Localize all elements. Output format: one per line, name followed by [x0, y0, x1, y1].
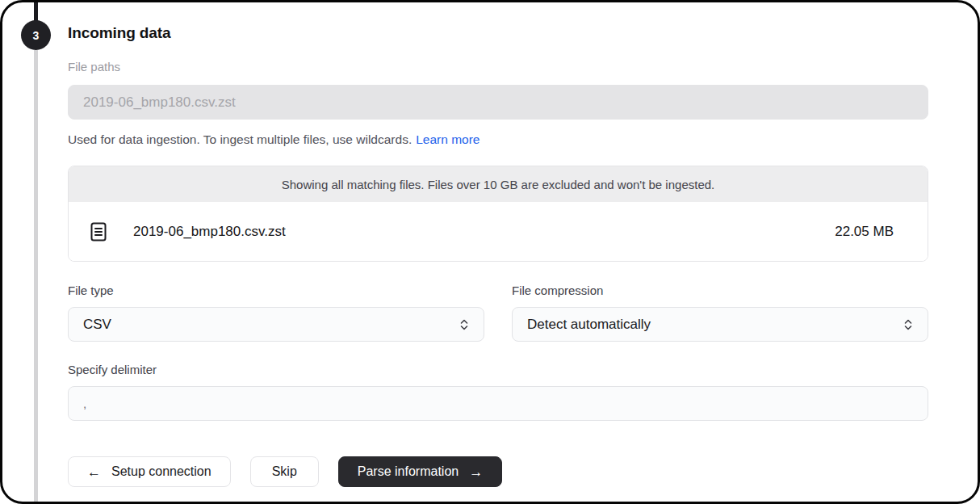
file-type-label: File type	[68, 283, 484, 298]
file-paths-label: File paths	[68, 59, 928, 74]
learn-more-link[interactable]: Learn more	[416, 132, 480, 146]
setup-connection-label: Setup connection	[111, 464, 211, 479]
file-document-icon	[90, 222, 107, 242]
arrow-left-icon: ←	[87, 465, 101, 479]
file-compression-field: File compression Detect automatically	[512, 283, 928, 342]
file-paths-input	[68, 85, 928, 120]
step-title: Incoming data	[68, 23, 928, 43]
file-compression-select[interactable]: Detect automatically	[512, 307, 928, 342]
file-name: 2019-06_bmp180.csv.zst	[133, 224, 286, 240]
step-number: 3	[33, 29, 40, 42]
file-type-select[interactable]: CSV	[68, 307, 484, 342]
parse-information-button[interactable]: Parse information →	[338, 456, 502, 487]
step-content: Incoming data File paths Used for data i…	[68, 2, 928, 487]
setup-connection-button[interactable]: ← Setup connection	[68, 456, 231, 487]
skip-label: Skip	[272, 464, 297, 479]
format-settings-row: File type CSV File compression Detect au…	[68, 283, 928, 342]
parse-information-label: Parse information	[358, 464, 459, 479]
skip-button[interactable]: Skip	[250, 456, 319, 487]
file-row: 2019-06_bmp180.csv.zst 22.05 MB	[69, 202, 928, 261]
step-number-badge: 3	[21, 20, 51, 50]
file-paths-helper: Used for data ingestion. To ingest multi…	[68, 132, 928, 148]
arrow-right-icon: →	[469, 465, 483, 479]
incoming-data-step-panel: 3 Incoming data File paths Used for data…	[0, 0, 980, 504]
matching-files-banner: Showing all matching files. Files over 1…	[69, 166, 928, 202]
file-type-field: File type CSV	[68, 283, 484, 342]
file-compression-selected-value: Detect automatically	[527, 317, 651, 333]
chevron-up-down-icon	[902, 318, 915, 331]
delimiter-input[interactable]	[68, 386, 928, 421]
file-type-selected-value: CSV	[83, 317, 111, 333]
chevron-up-down-icon	[458, 318, 471, 331]
matching-files-panel: Showing all matching files. Files over 1…	[68, 166, 928, 262]
action-buttons: ← Setup connection Skip Parse informatio…	[68, 456, 928, 487]
file-compression-label: File compression	[512, 283, 928, 298]
file-size: 22.05 MB	[835, 224, 894, 240]
timeline-connector-bottom	[34, 50, 38, 502]
helper-text: Used for data ingestion. To ingest multi…	[68, 132, 412, 146]
delimiter-label: Specify delimiter	[68, 362, 928, 377]
